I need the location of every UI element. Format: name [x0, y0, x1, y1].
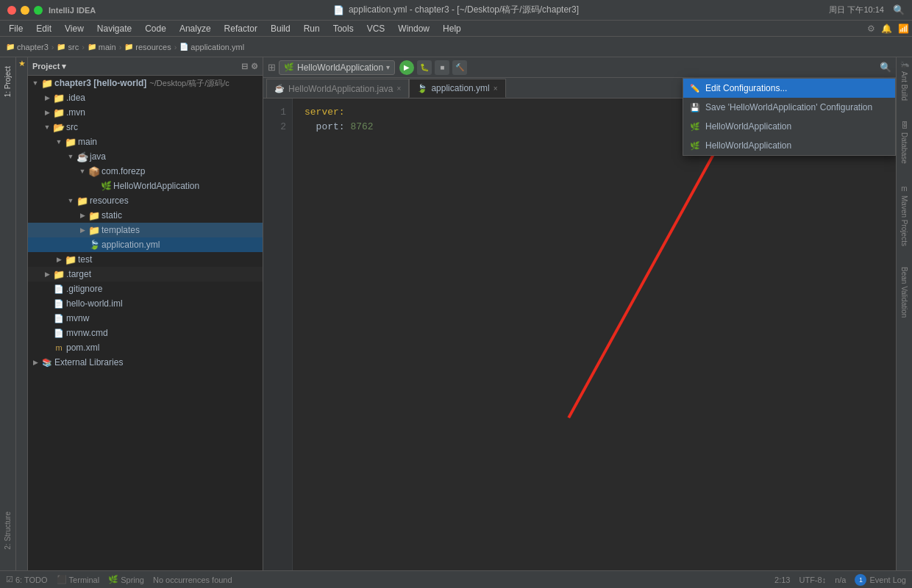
database-icon[interactable]: 🗄: [901, 121, 908, 129]
tab-appyml[interactable]: 🍃 application.yml ×: [409, 79, 505, 98]
menu-build[interactable]: Build: [265, 22, 296, 35]
tab-hwajava[interactable]: ☕ HelloWorldApplication.java ×: [266, 79, 409, 98]
breadcrumb-main[interactable]: 📁 main: [88, 43, 116, 51]
menu-file[interactable]: File: [3, 22, 29, 35]
run-config-bar: ⊞ 🌿 HelloWorldApplication ▾ ▶ 🐛 ■ 🔨 🔍 ✏️…: [263, 57, 896, 78]
datetime: 周日 下午10:14: [829, 4, 884, 15]
tab-hwajava-close[interactable]: ×: [397, 85, 402, 93]
bean-validation-label[interactable]: Bean Validation: [900, 267, 908, 318]
tree-test[interactable]: ▶ 📁 test: [28, 252, 263, 267]
tree-root[interactable]: ▼ 📁 chapter3 [hello-world] ~/Desktop/稿子/…: [28, 76, 263, 90]
terminal-label: Terminal: [69, 576, 100, 584]
tree-gitignore[interactable]: 📄 .gitignore: [28, 282, 263, 296]
structure-strip-label[interactable]: 2: Structure: [4, 506, 12, 556]
menu-tools[interactable]: Tools: [327, 22, 360, 35]
breadcrumb-bar: 📁 chapter3 › 📁 src › 📁 main › 📁 resource…: [0, 37, 912, 57]
menu-view[interactable]: View: [59, 22, 90, 35]
app-name: IntelliJ IDEA: [49, 6, 96, 15]
breadcrumb-chapter3[interactable]: 📁 chapter3: [6, 43, 49, 51]
menu-run[interactable]: Run: [298, 22, 326, 35]
notifications-icon[interactable]: 🔔: [881, 24, 892, 34]
tree-static[interactable]: ▶ 📁 static: [28, 208, 263, 223]
dropdown-item-hwa2[interactable]: 🌿 HelloWorldApplication: [683, 136, 895, 155]
menu-refactor[interactable]: Refactor: [218, 22, 263, 35]
main-layout: 1: Project 2: Structure ★ Project ▾ ⊟ ⚙ …: [0, 57, 912, 570]
menu-window[interactable]: Window: [392, 22, 435, 35]
dropdown-hwa2-label: HelloWorldApplication: [705, 140, 791, 151]
status-bar: ☑ 6: TODO ⬛ Terminal 🌿 Spring No occurre…: [0, 570, 912, 588]
tree-mvnwcmd[interactable]: 📄 mvnw.cmd: [28, 326, 263, 340]
tree-main[interactable]: ▼ 📁 main: [28, 135, 263, 149]
favorites-icon[interactable]: ★: [18, 59, 26, 68]
menu-code[interactable]: Code: [139, 22, 172, 35]
todo-label: 6: TODO: [15, 576, 48, 584]
tree-java[interactable]: ▼ ☕ java: [28, 149, 263, 164]
tab-appyml-label: application.yml: [431, 83, 489, 93]
edit-config-icon: ✏️: [689, 82, 701, 94]
tree-src[interactable]: ▼ 📂 src: [28, 120, 263, 135]
tree-idea[interactable]: ▶ 📁 .idea: [28, 90, 263, 105]
todo-icon: ☑: [6, 575, 13, 584]
project-strip-label[interactable]: 1: Project: [4, 60, 12, 103]
tree-pkg[interactable]: ▼ 📦 com.forezp: [28, 164, 263, 179]
dropdown-item-hwa1[interactable]: 🌿 HelloWorldApplication: [683, 117, 895, 136]
tree-resources[interactable]: ▼ 📁 resources: [28, 193, 263, 208]
event-log-button[interactable]: 1 Event Log: [855, 574, 906, 586]
code-area[interactable]: server: port: 8762: [293, 98, 896, 570]
dropdown-save-label: Save 'HelloWorldApplication' Configurati…: [705, 102, 872, 112]
run-button[interactable]: ▶: [399, 60, 414, 75]
window-frame: IntelliJ IDEA 📄 application.yml - chapte…: [0, 0, 912, 588]
layout-icon[interactable]: ⊞: [268, 62, 276, 73]
todo-button[interactable]: ☑ 6: TODO: [6, 575, 48, 584]
tree-target[interactable]: ▶ 📁 .target: [28, 267, 263, 282]
tree-hwa[interactable]: 🌿 HelloWorldApplication: [28, 179, 263, 193]
dropdown-item-save-config[interactable]: 💾 Save 'HelloWorldApplication' Configura…: [683, 98, 895, 117]
dropdown-item-edit-config[interactable]: ✏️ Edit Configurations...: [683, 79, 895, 98]
tree-templates[interactable]: ▶ 📁 templates: [28, 223, 263, 237]
menu-vcs[interactable]: VCS: [361, 22, 391, 35]
close-button[interactable]: [7, 6, 16, 15]
tab-appyml-close[interactable]: ×: [494, 85, 498, 93]
maximize-button[interactable]: [34, 6, 43, 15]
tree-hwiml[interactable]: 📄 hello-world.iml: [28, 296, 263, 311]
collapse-all-icon[interactable]: ⊟: [241, 62, 248, 71]
build-button[interactable]: 🔨: [452, 60, 467, 75]
tree-extlibs[interactable]: ▶ 📚 External Libraries: [28, 355, 263, 370]
menu-help[interactable]: Help: [437, 22, 467, 35]
stop-button[interactable]: ■: [435, 60, 449, 75]
ant-build-icon[interactable]: 🐜: [900, 60, 909, 68]
breadcrumb-appyml[interactable]: 📄 application.yml: [179, 43, 244, 51]
menu-navigate[interactable]: Navigate: [91, 22, 138, 35]
search-editor-icon[interactable]: 🔍: [880, 62, 891, 73]
title-bar: IntelliJ IDEA 📄 application.yml - chapte…: [0, 0, 912, 21]
tree-appyml[interactable]: 🍃 application.yml: [28, 237, 263, 252]
encoding-indicator[interactable]: UTF-8↕: [799, 576, 826, 584]
run-config-dropdown[interactable]: 🌿 HelloWorldApplication ▾: [279, 60, 395, 75]
menu-analyze[interactable]: Analyze: [174, 22, 217, 35]
settings-icon[interactable]: ⚙: [867, 24, 875, 34]
line-number-1: 1: [263, 104, 292, 119]
menu-edit[interactable]: Edit: [30, 22, 57, 35]
save-config-icon: 💾: [689, 101, 701, 113]
spring-button[interactable]: 🌿 Spring: [108, 575, 144, 584]
maven-icon[interactable]: m: [901, 184, 907, 193]
tree-mvnw[interactable]: 📄 mvnw: [28, 311, 263, 326]
search-icon[interactable]: 🔍: [893, 4, 905, 15]
ant-build-label[interactable]: Ant Build: [900, 71, 908, 101]
no-occurrences: No occurrences found: [153, 576, 766, 584]
breadcrumb-resources[interactable]: 📁 resources: [124, 43, 171, 51]
project-dropdown[interactable]: Project ▾: [32, 62, 66, 71]
database-label[interactable]: Database: [900, 132, 908, 164]
run-config-arrow: ▾: [386, 63, 390, 71]
maven-label[interactable]: Maven Projects: [900, 196, 908, 246]
settings-panel-icon[interactable]: ⚙: [251, 62, 258, 71]
line-numbers: 1 2: [263, 98, 293, 570]
minimize-button[interactable]: [21, 6, 29, 15]
breadcrumb-src[interactable]: 📁 src: [57, 43, 79, 51]
right-sidebar: 🐜 Ant Build 🗄 Database m Maven Projects …: [896, 57, 912, 570]
tree-mvn[interactable]: ▶ 📁 .mvn: [28, 105, 263, 120]
tree-pom[interactable]: m pom.xml: [28, 340, 263, 355]
debug-button[interactable]: 🐛: [417, 60, 432, 75]
terminal-button[interactable]: ⬛ Terminal: [57, 575, 100, 584]
file-icon-title: 📄: [333, 5, 344, 15]
